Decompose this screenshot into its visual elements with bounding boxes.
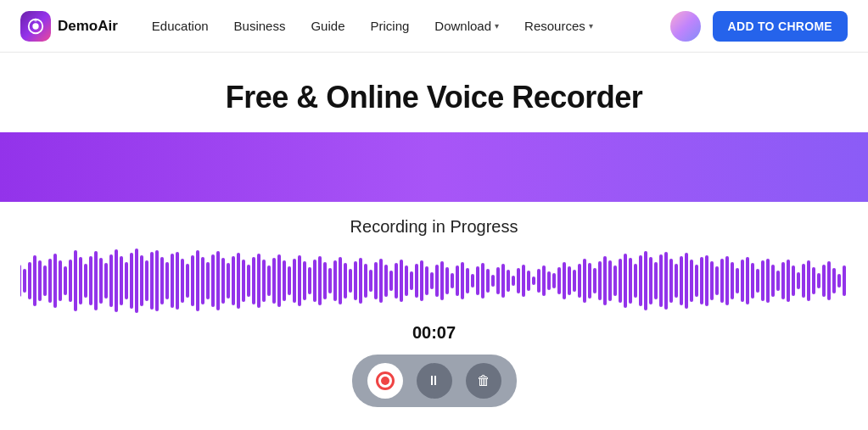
waveform-bar bbox=[28, 262, 31, 299]
logo-text: DemoAir bbox=[58, 18, 118, 35]
waveform-bar bbox=[120, 256, 123, 305]
record-icon bbox=[376, 371, 395, 390]
waveform-bar bbox=[725, 256, 729, 305]
waveform-bar bbox=[690, 260, 693, 302]
nav-item-download[interactable]: Download ▾ bbox=[424, 14, 509, 38]
waveform-bar bbox=[313, 260, 316, 302]
waveform-bar bbox=[23, 269, 26, 293]
waveform-bar bbox=[496, 267, 500, 294]
nav-item-education[interactable]: Education bbox=[142, 14, 219, 38]
waveform-bar bbox=[109, 254, 113, 307]
nav-item-guide[interactable]: Guide bbox=[300, 14, 355, 38]
purple-banner bbox=[0, 132, 868, 202]
waveform-bar bbox=[20, 265, 21, 297]
nav-item-resources[interactable]: Resources ▾ bbox=[514, 14, 603, 38]
waveform-bar bbox=[547, 271, 551, 290]
waveform-bar bbox=[33, 255, 36, 306]
waveform-bar bbox=[537, 269, 540, 293]
waveform-bar bbox=[669, 259, 673, 303]
waveform-bar bbox=[532, 276, 535, 285]
waveform-bar bbox=[130, 253, 133, 309]
waveform-bar bbox=[89, 256, 92, 305]
pause-button[interactable]: ⏸ bbox=[417, 363, 452, 399]
waveform-bar bbox=[283, 260, 286, 301]
waveform-bar bbox=[237, 253, 240, 309]
waveform-bar bbox=[308, 267, 311, 294]
waveform-bar bbox=[583, 259, 586, 303]
waveform-bar bbox=[293, 259, 296, 303]
waveform-bar bbox=[507, 270, 510, 292]
waveform-bar bbox=[756, 269, 759, 293]
waveform-bar bbox=[843, 265, 846, 296]
waveform-bar bbox=[501, 264, 505, 298]
waveform-bar bbox=[74, 250, 77, 311]
record-stop-button[interactable] bbox=[367, 363, 403, 399]
delete-button[interactable]: 🗑 bbox=[466, 363, 501, 399]
waveform-bar bbox=[720, 259, 724, 303]
waveform-bar bbox=[552, 273, 556, 288]
waveform-bar bbox=[53, 254, 57, 308]
waveform-bar bbox=[84, 264, 87, 298]
waveform-bar bbox=[512, 276, 515, 286]
waveform-bar bbox=[619, 259, 622, 303]
waveform-bar bbox=[262, 260, 266, 302]
waveform-bar bbox=[471, 274, 474, 288]
add-to-chrome-button[interactable]: ADD TO CHROME bbox=[713, 11, 848, 42]
waveform-bar bbox=[410, 271, 413, 290]
waveform-bar bbox=[771, 265, 775, 297]
waveform-bar bbox=[379, 259, 383, 303]
waveform-bar bbox=[593, 268, 596, 293]
waveform-bar bbox=[827, 261, 831, 300]
waveform-bar bbox=[644, 251, 647, 310]
waveform-bar bbox=[333, 260, 337, 301]
waveform-bar bbox=[186, 264, 189, 298]
waveform-bar bbox=[221, 258, 225, 304]
waveform-bar bbox=[608, 260, 612, 301]
waveform-bar bbox=[613, 265, 617, 296]
waveform-bar bbox=[705, 255, 708, 306]
chevron-down-icon: ▾ bbox=[589, 21, 593, 31]
waveform-bar bbox=[267, 265, 271, 296]
waveform-bar bbox=[715, 266, 719, 295]
waveform-bar bbox=[369, 270, 372, 292]
waveform-bar bbox=[787, 260, 790, 302]
recording-timer: 00:07 bbox=[20, 323, 848, 343]
waveform-bar bbox=[339, 257, 342, 304]
waveform-bar bbox=[364, 264, 367, 298]
waveform-bar bbox=[135, 249, 138, 313]
waveform-bar bbox=[461, 262, 464, 299]
waveform-bar bbox=[741, 260, 744, 302]
waveform-bar bbox=[288, 266, 291, 295]
waveform-bar bbox=[389, 271, 393, 291]
waveform-bar bbox=[400, 260, 403, 302]
waveform-bar bbox=[700, 257, 703, 304]
waveform-bar bbox=[664, 252, 668, 310]
svg-point-1 bbox=[32, 23, 38, 29]
waveform-bar bbox=[430, 272, 434, 289]
waveform-bar bbox=[761, 260, 764, 301]
waveform-bar bbox=[476, 266, 479, 295]
avatar[interactable] bbox=[670, 11, 701, 42]
waveform-bar bbox=[69, 260, 72, 302]
nav-item-business[interactable]: Business bbox=[224, 14, 296, 38]
nav-item-pricing[interactable]: Pricing bbox=[360, 14, 419, 38]
waveform-bar bbox=[344, 263, 347, 299]
logo[interactable]: DemoAir bbox=[20, 11, 118, 42]
waveform-bar bbox=[405, 265, 408, 296]
waveform-bar bbox=[420, 260, 423, 301]
waveform-bar bbox=[634, 264, 637, 298]
waveform-bar bbox=[48, 259, 52, 303]
chevron-down-icon: ▾ bbox=[495, 21, 499, 31]
waveform-bar bbox=[629, 258, 632, 304]
waveform-bar bbox=[517, 268, 520, 293]
recording-section: Recording in Progress 00:07 ⏸ 🗑 bbox=[0, 202, 868, 407]
hero-title: Free & Online Voice Recorder bbox=[20, 80, 848, 115]
waveform-bar bbox=[639, 255, 642, 306]
waveform-bar bbox=[374, 262, 378, 299]
waveform-bar bbox=[695, 265, 698, 297]
waveform-bar bbox=[557, 267, 561, 294]
waveform-bar bbox=[445, 267, 449, 294]
waveform-bar bbox=[766, 259, 770, 303]
waveform-bar bbox=[568, 266, 571, 295]
waveform-bar bbox=[451, 273, 454, 288]
